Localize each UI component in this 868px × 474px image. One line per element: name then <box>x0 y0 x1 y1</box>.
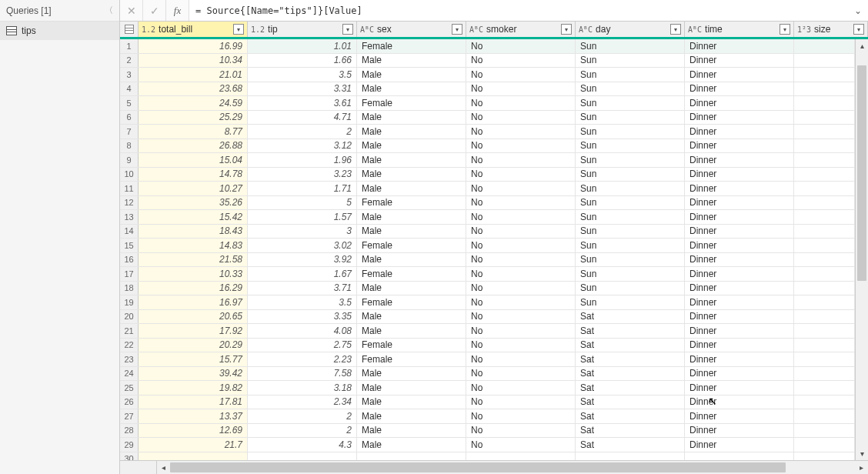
cell-total_bill[interactable]: 21.01 <box>139 68 248 82</box>
cell-tip[interactable]: 1.01 <box>248 39 357 53</box>
cell-size[interactable] <box>794 381 855 395</box>
cell-tip[interactable]: 3.5 <box>248 295 357 309</box>
table-row[interactable]: 2921.74.3MaleNoSatDinner <box>120 438 855 452</box>
cell-total_bill[interactable]: 15.04 <box>139 153 248 167</box>
cell-total_bill[interactable]: 10.33 <box>139 267 248 281</box>
cell-time[interactable]: Dinner <box>685 139 794 153</box>
cell-smoker[interactable]: No <box>466 367 576 381</box>
cell-day[interactable]: Sun <box>576 54 685 68</box>
row-number[interactable]: 9 <box>120 153 139 167</box>
row-number[interactable]: 27 <box>120 409 139 423</box>
cell-sex[interactable]: Male <box>357 438 466 452</box>
cell-size[interactable] <box>794 68 855 82</box>
cell-smoker[interactable]: No <box>466 253 576 267</box>
formula-fx-button[interactable]: fx <box>166 0 189 21</box>
cell-tip[interactable]: 1.96 <box>248 153 357 167</box>
cell-total_bill[interactable]: 20.29 <box>139 339 248 352</box>
cell-sex[interactable]: Male <box>357 68 466 82</box>
cell-total_bill[interactable]: 16.99 <box>139 39 248 53</box>
table-row[interactable]: 1710.331.67FemaleNoSunDinner <box>120 267 855 282</box>
table-row[interactable]: 1816.293.71MaleNoSunDinner <box>120 282 855 296</box>
cell-size[interactable] <box>794 210 855 224</box>
cell-size[interactable] <box>794 111 855 125</box>
table-row[interactable]: 524.593.61FemaleNoSunDinner <box>120 96 855 111</box>
cell-total_bill[interactable]: 39.42 <box>139 367 248 381</box>
cell-sex[interactable]: Female <box>357 352 466 366</box>
formula-confirm-button[interactable]: ✓ <box>143 0 166 21</box>
cell-day[interactable]: Sun <box>576 239 685 252</box>
cell-smoker[interactable]: No <box>466 310 576 324</box>
cell-day[interactable]: Sun <box>576 125 685 139</box>
row-number[interactable]: 7 <box>120 125 139 139</box>
table-row[interactable]: 1235.265FemaleNoSunDinner <box>120 196 855 211</box>
cell-tip[interactable]: 4.3 <box>248 438 357 452</box>
row-number[interactable]: 11 <box>120 182 139 195</box>
cell-sex[interactable]: Female <box>357 339 466 352</box>
cell-smoker[interactable]: No <box>466 339 576 352</box>
cell-time[interactable]: Dinner <box>685 282 794 295</box>
cell-time[interactable]: Dinner <box>685 96 794 110</box>
cell-smoker[interactable]: No <box>466 352 576 366</box>
cell-tip[interactable]: 5 <box>248 196 357 210</box>
cell-sex[interactable]: Female <box>357 96 466 110</box>
formula-input[interactable] <box>189 0 848 21</box>
cell-size[interactable] <box>794 125 855 139</box>
cell-total_bill[interactable]: 16.29 <box>139 282 248 295</box>
table-row[interactable]: 2439.427.58MaleNoSatDinner <box>120 367 855 382</box>
cell-smoker[interactable]: No <box>466 396 576 409</box>
cell-size[interactable] <box>794 54 855 68</box>
column-header-smoker[interactable]: AᴮCsmoker▾ <box>466 22 576 37</box>
cell-smoker[interactable]: No <box>466 96 576 110</box>
scroll-thumb-horizontal[interactable] <box>170 462 786 472</box>
cell-time[interactable]: Dinner <box>685 125 794 139</box>
cell-day[interactable]: Sat <box>576 310 685 324</box>
rows-scroller[interactable]: 116.991.01FemaleNoSunDinner210.341.66Mal… <box>120 39 855 460</box>
cell-tip[interactable]: 1.66 <box>248 54 357 68</box>
column-filter-button[interactable]: ▾ <box>853 24 864 35</box>
table-row[interactable]: 625.294.71MaleNoSunDinner <box>120 111 855 125</box>
cell-tip[interactable]: 1.71 <box>248 182 357 195</box>
cell-total_bill[interactable] <box>139 452 248 461</box>
cell-smoker[interactable]: No <box>466 168 576 182</box>
row-number[interactable]: 17 <box>120 267 139 281</box>
cell-day[interactable]: Sun <box>576 210 685 224</box>
cell-tip[interactable]: 3 <box>248 225 357 239</box>
cell-tip[interactable]: 3.31 <box>248 82 357 96</box>
cell-smoker[interactable]: No <box>466 54 576 68</box>
table-row[interactable]: 321.013.5MaleNoSunDinner <box>120 68 855 82</box>
row-number[interactable]: 8 <box>120 139 139 153</box>
cell-day[interactable]: Sat <box>576 396 685 409</box>
cell-smoker[interactable]: No <box>466 125 576 139</box>
cell-size[interactable] <box>794 153 855 167</box>
cell-total_bill[interactable]: 18.43 <box>139 225 248 239</box>
cell-sex[interactable]: Male <box>357 54 466 68</box>
column-filter-button[interactable]: ▾ <box>561 24 572 35</box>
scroll-thumb-vertical[interactable] <box>857 65 866 281</box>
row-number[interactable]: 16 <box>120 253 139 267</box>
cell-time[interactable]: Dinner <box>685 396 794 409</box>
cell-total_bill[interactable]: 35.26 <box>139 196 248 210</box>
cell-total_bill[interactable]: 15.77 <box>139 352 248 366</box>
row-number[interactable]: 4 <box>120 82 139 96</box>
cell-tip[interactable]: 2.34 <box>248 396 357 409</box>
cell-tip[interactable] <box>248 452 357 461</box>
cell-sex[interactable]: Female <box>357 295 466 309</box>
column-filter-button[interactable]: ▾ <box>452 24 462 35</box>
row-number[interactable]: 13 <box>120 210 139 224</box>
cell-day[interactable]: Sun <box>576 82 685 96</box>
cell-time[interactable]: Dinner <box>685 196 794 210</box>
table-row[interactable]: 423.683.31MaleNoSunDinner <box>120 82 855 97</box>
cell-smoker[interactable]: No <box>466 153 576 167</box>
formula-cancel-button[interactable]: ✕ <box>120 0 143 21</box>
table-row[interactable]: 2020.653.35MaleNoSatDinner <box>120 310 855 325</box>
cell-total_bill[interactable]: 17.81 <box>139 396 248 409</box>
cell-total_bill[interactable]: 26.88 <box>139 139 248 153</box>
cell-day[interactable]: Sun <box>576 153 685 167</box>
cell-tip[interactable]: 3.02 <box>248 239 357 252</box>
cell-sex[interactable]: Female <box>357 39 466 53</box>
cell-day[interactable]: Sun <box>576 282 685 295</box>
cell-sex[interactable]: Male <box>357 139 466 153</box>
row-number[interactable]: 3 <box>120 68 139 82</box>
cell-sex[interactable]: Male <box>357 182 466 195</box>
cell-time[interactable]: Dinner <box>685 210 794 224</box>
